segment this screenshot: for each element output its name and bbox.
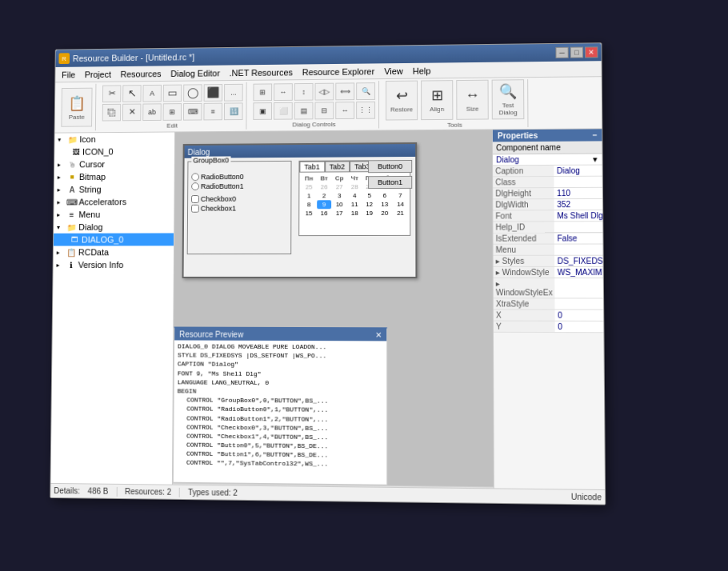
cal-day[interactable]: 7 — [393, 191, 408, 200]
tree-item-dialog0[interactable]: 🗔 DIALOG_0 — [54, 234, 174, 246]
menu-help[interactable]: Help — [408, 64, 436, 77]
cal-day[interactable]: 18 — [347, 209, 362, 218]
cal-day[interactable]: 16 — [317, 209, 331, 218]
ctrl-btn-3[interactable]: ↕ — [294, 82, 314, 100]
props-row[interactable]: Font Ms Shell Dlg — [493, 210, 605, 222]
props-row[interactable]: XtraStyle — [494, 298, 605, 310]
checkbox-1[interactable]: Checkbox1 — [191, 204, 287, 212]
prop-value[interactable] — [554, 244, 605, 255]
tree-item-versioninfo[interactable]: ▸ ℹ Version Info — [54, 258, 174, 271]
cal-day[interactable]: 10 — [331, 200, 347, 209]
prop-value[interactable] — [554, 221, 605, 233]
menu-view[interactable]: View — [379, 64, 408, 77]
radio1-input[interactable] — [191, 182, 199, 190]
prop-value[interactable]: 0 — [555, 309, 605, 321]
button1[interactable]: Button1 — [368, 176, 412, 189]
btn-b[interactable]: ▭ — [163, 84, 182, 102]
cal-day[interactable]: 19 — [362, 209, 377, 218]
cal-day[interactable]: 3 — [331, 191, 347, 200]
dialog-editor[interactable]: Dialog GroupBox0 RadioButton0 — [173, 130, 494, 486]
minimize-button[interactable]: ─ — [555, 47, 568, 58]
props-row[interactable]: Menu — [494, 244, 606, 255]
cut-button[interactable]: ✂ — [102, 85, 121, 102]
tab-2[interactable]: Tab2 — [325, 161, 350, 171]
cal-day[interactable]: 2 — [317, 191, 331, 200]
btn-f[interactable]: ab — [142, 103, 162, 121]
btn-g[interactable]: ⊞ — [163, 103, 182, 121]
component-dropdown-icon[interactable]: ▼ — [591, 155, 598, 163]
props-row[interactable]: Caption Dialog — [493, 166, 605, 177]
menu-project[interactable]: Project — [80, 68, 116, 81]
ctrl-btn-9[interactable]: ▤ — [294, 102, 314, 119]
checkbox1-input[interactable] — [191, 205, 199, 213]
checkbox-0[interactable]: Checkbox0 — [191, 195, 287, 203]
ctrl-btn-12[interactable]: ⋮⋮ — [356, 101, 375, 118]
prop-value[interactable]: False — [554, 233, 605, 244]
tab-1[interactable]: Tab1 — [299, 162, 324, 172]
ctrl-btn-7[interactable]: ▣ — [253, 102, 272, 120]
ctrl-btn-8[interactable]: ⬜ — [274, 102, 293, 119]
cal-day[interactable]: 12 — [362, 200, 377, 209]
tree-item-icon0[interactable]: 🖼 ICON_0 — [54, 145, 174, 158]
tree-item-bitmap[interactable]: ▸ ■ Bitmap — [54, 170, 174, 183]
cal-day[interactable]: 26 — [317, 182, 331, 191]
tree-item-rcdata[interactable]: ▸ 📋 RCData — [54, 246, 174, 258]
cal-day[interactable]: 25 — [301, 182, 317, 191]
menu-resources[interactable]: Resources — [116, 67, 166, 80]
cal-day[interactable]: 14 — [393, 200, 408, 209]
align-button[interactable]: ⊞ Align — [421, 80, 453, 120]
btn-h[interactable]: ⌨ — [183, 102, 202, 120]
props-row[interactable]: X 0 — [494, 309, 605, 321]
props-row[interactable]: IsExtended False — [493, 233, 605, 245]
ctrl-btn-4[interactable]: ◁▷ — [314, 82, 334, 100]
props-row[interactable]: DlgHeight 110 — [493, 187, 605, 199]
prop-value[interactable]: Ms Shell Dlg — [554, 210, 605, 222]
prop-value[interactable]: 352 — [554, 198, 605, 210]
properties-collapse-btn[interactable]: – — [592, 130, 597, 139]
button0[interactable]: Button0 — [368, 160, 412, 173]
cal-day[interactable]: 8 — [301, 200, 317, 209]
cal-day[interactable]: 17 — [331, 209, 347, 218]
maximize-button[interactable]: □ — [570, 47, 583, 58]
tree-item-dialog-group[interactable]: ▾ 📁 Dialog — [54, 221, 174, 234]
prop-value[interactable] — [554, 176, 605, 188]
tree-item-icon-group[interactable]: ▾ 📁 Icon — [54, 132, 174, 146]
prop-value[interactable]: DS_FIXEDSYS,DS_SETFONT — [555, 255, 606, 266]
ctrl-btn-10[interactable]: ⊟ — [314, 102, 334, 119]
tree-item-menu[interactable]: ▸ ≡ Menu — [54, 208, 174, 221]
size-button[interactable]: ↔ Size — [456, 79, 489, 119]
radio-button-1[interactable]: RadioButton1 — [191, 182, 287, 190]
cal-day[interactable]: 27 — [331, 182, 347, 191]
btn-j[interactable]: 🔢 — [224, 102, 243, 120]
btn-a[interactable]: A — [142, 84, 162, 102]
prop-value[interactable]: WS_MAXIMIZEBOX,WS_MINIM... — [555, 266, 606, 278]
cal-day[interactable]: 15 — [301, 209, 317, 218]
cal-day[interactable]: 1 — [301, 191, 317, 200]
checkbox0-input[interactable] — [191, 195, 199, 203]
props-row[interactable]: Class — [493, 176, 605, 188]
prop-value[interactable]: 0 — [555, 321, 605, 333]
ctrl-btn-2[interactable]: ↔ — [274, 83, 293, 101]
paste-button[interactable]: 📋 Paste — [61, 88, 92, 127]
radio-button-0[interactable]: RadioButton0 — [191, 173, 287, 182]
prop-value[interactable]: 110 — [554, 187, 605, 199]
cal-day[interactable]: 28 — [347, 182, 362, 191]
prop-value[interactable]: Dialog — [554, 166, 605, 177]
prop-value[interactable] — [555, 298, 605, 310]
ctrl-btn-6[interactable]: 🔍 — [356, 82, 375, 100]
restore-button[interactable]: ↩ Restore — [386, 80, 418, 120]
props-row[interactable]: DlgWidth 352 — [493, 198, 605, 210]
tree-item-accelerators[interactable]: ▸ ⌨ Accelerators — [54, 195, 174, 208]
tree-item-cursor[interactable]: ▸ 🖱 Cursor — [54, 158, 174, 171]
props-row[interactable]: Y 0 — [494, 321, 605, 333]
copy-button[interactable]: ⿻ — [102, 103, 121, 121]
ctrl-btn-11[interactable]: ↔ — [335, 102, 354, 119]
cal-day[interactable]: 21 — [393, 209, 408, 218]
test-dialog-button[interactable]: 🔍 Test Dialog — [492, 79, 525, 119]
menu-net-resources[interactable]: .NET Resources — [225, 66, 298, 79]
menu-dialog-editor[interactable]: Dialog Editor — [166, 66, 224, 79]
menu-file[interactable]: File — [57, 68, 80, 81]
props-row[interactable]: ▸ Styles DS_FIXEDSYS,DS_SETFONT — [494, 255, 606, 266]
cal-day[interactable]: 13 — [377, 200, 393, 209]
cal-day[interactable]: 4 — [347, 191, 362, 200]
